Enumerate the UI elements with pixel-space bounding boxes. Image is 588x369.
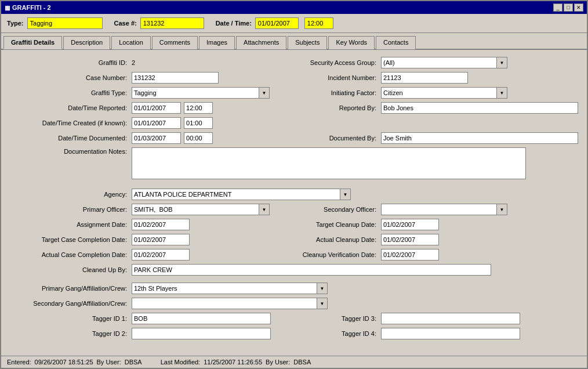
maximize-button[interactable]: □ — [564, 3, 573, 12]
secondary-gang-dropdown-btn[interactable]: ▼ — [317, 298, 328, 309]
by-user-label2: By User: — [266, 359, 290, 366]
case-input[interactable] — [140, 17, 204, 29]
target-case-input[interactable] — [132, 234, 190, 245]
incident-number-input[interactable] — [381, 72, 468, 84]
incident-number-label: Incident Number: — [274, 71, 378, 85]
tab-description[interactable]: Description — [63, 36, 110, 49]
date-input[interactable] — [255, 17, 299, 29]
row-secondary-gang: Secondary Gang/Affiliation/Crew: ▼ — [7, 296, 581, 310]
primary-gang-input[interactable] — [132, 283, 317, 294]
tab-graffiti-details[interactable]: Graffiti Details — [3, 36, 62, 49]
cleanup-verification-input[interactable] — [381, 249, 439, 261]
row-date-created: Date/Time Created (if known): — [7, 116, 581, 130]
secondary-gang-input[interactable] — [132, 298, 317, 309]
row-doc-notes: Documentation Notes: — [7, 146, 581, 182]
graffiti-id-value: 2 — [130, 56, 273, 70]
date-reported-input[interactable] — [132, 102, 181, 114]
primary-gang-dropdown-btn[interactable]: ▼ — [317, 283, 328, 294]
row-actual-case: Actual Case Completion Date: Cleanup Ver… — [7, 248, 581, 262]
tagger-id1-input[interactable] — [132, 313, 271, 324]
window-icon: ▦ — [5, 5, 10, 11]
cleaned-up-by-input[interactable] — [132, 264, 491, 276]
tagger-id4-input[interactable] — [381, 328, 520, 339]
security-group-input[interactable] — [381, 57, 497, 68]
actual-case-input[interactable] — [132, 249, 190, 261]
tab-contacts[interactable]: Contacts — [376, 36, 416, 49]
target-case-label: Target Case Completion Date: — [7, 233, 129, 247]
primary-gang-cell: ▼ — [130, 281, 581, 295]
reported-by-cell — [379, 101, 581, 115]
time-reported-input[interactable] — [184, 102, 213, 114]
tab-keywords[interactable]: Key Words — [328, 36, 375, 49]
documented-by-label: Documented By: — [274, 131, 378, 145]
type-input[interactable] — [27, 17, 103, 29]
tagger-id2-cell — [130, 327, 273, 341]
row-primary-gang: Primary Gang/Affiliation/Crew: ▼ — [7, 281, 581, 295]
row-case-number: Case Number: Incident Number: — [7, 71, 581, 85]
incident-number-cell — [379, 71, 581, 85]
case-number-label: Case Number: — [7, 71, 129, 85]
cleanup-verification-label: Cleanup Verification Date: — [274, 248, 378, 262]
date-documented-input[interactable] — [132, 132, 181, 144]
time-documented-input[interactable] — [184, 132, 213, 144]
tagger-id3-input[interactable] — [381, 313, 520, 324]
primary-officer-dropdown-btn[interactable]: ▼ — [259, 204, 270, 215]
initiating-factor-input[interactable] — [381, 87, 497, 99]
initiating-factor-label: Initiating Factor: — [274, 86, 378, 100]
actual-cleanup-cell — [379, 233, 581, 247]
case-label: Case #: — [114, 20, 137, 27]
tab-location[interactable]: Location — [111, 36, 151, 49]
graffiti-type-input[interactable] — [132, 87, 259, 99]
time-created-input[interactable] — [184, 117, 213, 129]
tab-images[interactable]: Images — [199, 36, 235, 49]
agency-dropdown-btn[interactable]: ▼ — [340, 189, 351, 200]
spacer — [7, 278, 581, 280]
secondary-gang-label: Secondary Gang/Affiliation/Crew: — [7, 296, 129, 310]
tagger-id3-label: Tagger ID 3: — [274, 312, 378, 325]
documented-by-input[interactable] — [381, 132, 578, 144]
reported-by-label: Reported By: — [274, 101, 378, 115]
status-bar: Entered: 09/26/2007 18:51:25 By User: DB… — [1, 356, 587, 368]
toolbar: Type: Case #: Date / Time: — [1, 14, 587, 33]
case-number-cell — [130, 71, 273, 85]
case-number-input[interactable] — [132, 72, 219, 84]
tab-subjects[interactable]: Subjects — [288, 36, 327, 49]
actual-cleanup-label: Actual Cleanup Date: — [274, 233, 378, 247]
row-assignment-date: Assignment Date: Target Cleanup Date: — [7, 218, 581, 231]
tagger-id2-input[interactable] — [132, 328, 271, 339]
row-cleaned-up-by: Cleaned Up By: — [7, 263, 581, 277]
tab-comments[interactable]: Comments — [152, 36, 198, 49]
secondary-officer-label: Secondary Officer: — [274, 202, 378, 216]
close-button[interactable]: ✕ — [574, 3, 583, 12]
cleaned-up-by-cell — [130, 263, 581, 277]
secondary-officer-input[interactable] — [381, 204, 497, 215]
date-reported-label: Date/Time Reported: — [7, 101, 129, 115]
primary-officer-input[interactable] — [132, 204, 259, 215]
divider-spacer — [7, 183, 581, 186]
window-title: GRAFFITI - 2 — [12, 4, 51, 11]
initiating-factor-dropdown-btn[interactable]: ▼ — [497, 87, 507, 99]
documented-by-cell — [379, 131, 581, 145]
actual-cleanup-input[interactable] — [381, 234, 439, 245]
primary-gang-wrapper: ▼ — [132, 283, 579, 294]
row-graffiti-id: Graffiti ID: 2 Security Access Group: ▼ — [7, 56, 581, 70]
secondary-officer-dropdown-btn[interactable]: ▼ — [497, 204, 507, 215]
time-input[interactable] — [304, 17, 333, 29]
security-group-dropdown-btn[interactable]: ▼ — [497, 57, 507, 68]
agency-input[interactable] — [132, 189, 340, 200]
tab-attachments[interactable]: Attachments — [236, 36, 286, 49]
assignment-date-label: Assignment Date: — [7, 218, 129, 231]
tabs-bar: Graffiti Details Description Location Co… — [1, 33, 587, 50]
doc-notes-textarea[interactable] — [132, 147, 526, 179]
actual-case-label: Actual Case Completion Date: — [7, 248, 129, 262]
graffiti-type-wrapper: ▼ — [132, 87, 271, 99]
reported-by-input[interactable] — [381, 102, 578, 114]
secondary-officer-cell: ▼ — [379, 202, 581, 216]
assignment-date-input[interactable] — [132, 219, 190, 230]
case-field: Case #: — [114, 17, 204, 29]
graffiti-type-dropdown-btn[interactable]: ▼ — [259, 87, 270, 99]
minimize-button[interactable]: _ — [553, 3, 562, 12]
target-cleanup-input[interactable] — [381, 219, 439, 230]
date-created-input[interactable] — [132, 117, 181, 129]
graffiti-type-cell: ▼ — [130, 86, 273, 100]
